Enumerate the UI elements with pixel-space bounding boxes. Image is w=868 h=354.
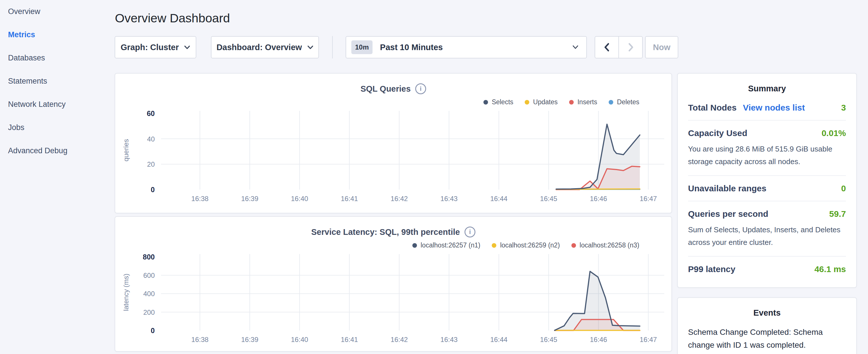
service-latency-chart-plot[interactable]: 16:3816:3916:4016:4116:4216:4316:4416:45…	[115, 249, 672, 351]
legend-item[interactable]: localhost:26257 (n1)	[412, 242, 480, 249]
time-step-buttons	[595, 36, 643, 58]
sidebar-item-network-latency[interactable]: Network Latency	[0, 93, 115, 116]
dashboard-selector-label: Dashboard: Overview	[216, 43, 302, 52]
legend-item[interactable]: Inserts	[569, 98, 597, 106]
chart-legend: SelectsUpdatesInsertsDeletes	[484, 98, 639, 106]
legend-item[interactable]: Selects	[484, 98, 513, 106]
summary-title: Summary	[678, 84, 856, 93]
chart-title: SQL Queries	[361, 84, 411, 94]
events-list: Schema Change Completed: Schema change w…	[678, 326, 856, 354]
summary-row-label: Capacity Used	[688, 128, 747, 138]
events-title: Events	[678, 308, 856, 318]
svg-text:16:41: 16:41	[341, 336, 358, 344]
svg-text:800: 800	[143, 253, 155, 261]
chart-title-row: SQL Queries i	[115, 83, 672, 94]
svg-text:0: 0	[151, 326, 155, 334]
time-window-dropdown[interactable]: 10m Past 10 Minutes	[346, 36, 587, 58]
svg-text:20: 20	[147, 160, 155, 168]
legend-label: Deletes	[617, 98, 639, 106]
graph-selector-label: Graph: Cluster	[121, 43, 179, 52]
svg-text:16:42: 16:42	[391, 195, 408, 202]
info-icon[interactable]: i	[465, 227, 475, 237]
events-panel: Events Schema Change Completed: Schema c…	[677, 297, 857, 354]
summary-row-value: 59.7	[829, 209, 846, 219]
summary-row: Queries per second59.7Sum of Selects, Up…	[688, 201, 846, 256]
legend-label: localhost:26257 (n1)	[421, 242, 480, 249]
svg-text:400: 400	[143, 290, 155, 297]
page-title: Overview Dashboard	[115, 11, 230, 25]
service-latency-chart-card: Service Latency: SQL, 99th percentile i …	[115, 216, 672, 352]
legend-item[interactable]: Deletes	[609, 98, 639, 106]
legend-item[interactable]: localhost:26259 (n2)	[492, 242, 560, 249]
legend-label: localhost:26259 (n2)	[500, 242, 560, 249]
summary-row: Unavailable ranges0	[688, 175, 846, 201]
svg-text:16:40: 16:40	[291, 195, 308, 202]
sidebar: OverviewMetricsDatabasesStatementsNetwor…	[0, 0, 115, 162]
summary-row-description: Sum of Selects, Updates, Inserts, and De…	[688, 223, 846, 249]
toolbar-divider	[332, 36, 333, 58]
svg-text:16:46: 16:46	[590, 195, 607, 202]
svg-text:16:38: 16:38	[191, 195, 209, 202]
summary-row-label: Unavailable ranges	[688, 184, 766, 193]
svg-text:16:46: 16:46	[590, 336, 607, 344]
sql-queries-chart-plot[interactable]: 16:3816:3916:4016:4116:4216:4316:4416:45…	[115, 106, 672, 213]
summary-row-value: 0	[841, 184, 846, 193]
svg-text:60: 60	[147, 109, 155, 118]
svg-text:600: 600	[143, 271, 155, 279]
legend-dot-icon	[569, 100, 574, 104]
legend-dot-icon	[492, 243, 496, 248]
next-timespan-button[interactable]	[618, 37, 642, 58]
legend-dot-icon	[571, 243, 576, 248]
summary-row-value: 46.1 ms	[814, 264, 846, 274]
info-icon[interactable]: i	[415, 83, 426, 94]
svg-text:0: 0	[151, 186, 155, 194]
chevron-down-icon	[184, 45, 190, 50]
svg-text:16:42: 16:42	[391, 336, 408, 344]
sidebar-item-advanced-debug[interactable]: Advanced Debug	[0, 139, 115, 162]
svg-text:16:43: 16:43	[440, 336, 458, 344]
svg-text:16:47: 16:47	[640, 195, 657, 202]
sql-queries-chart-card: SQL Queries i SelectsUpdatesInsertsDelet…	[115, 73, 672, 213]
summary-row-label: Total Nodes	[688, 103, 737, 112]
svg-text:16:41: 16:41	[341, 195, 358, 202]
sidebar-item-metrics[interactable]: Metrics	[0, 23, 115, 46]
now-button[interactable]: Now	[645, 36, 678, 58]
svg-text:16:44: 16:44	[490, 336, 507, 344]
legend-item[interactable]: localhost:26258 (n3)	[571, 242, 639, 249]
svg-text:queries: queries	[122, 139, 130, 162]
graph-selector-dropdown[interactable]: Graph: Cluster	[115, 36, 196, 58]
view-nodes-list-link[interactable]: View nodes list	[743, 103, 805, 112]
svg-text:16:40: 16:40	[291, 336, 308, 344]
summary-row: Capacity Used0.01%You are using 28.6 MiB…	[688, 120, 846, 175]
legend-dot-icon	[412, 243, 417, 248]
legend-dot-icon	[484, 100, 488, 104]
summary-row-label: P99 latency	[688, 264, 735, 274]
previous-timespan-button[interactable]	[595, 37, 618, 58]
chevron-left-icon	[603, 43, 610, 52]
summary-row: Total NodesView nodes list3	[688, 95, 846, 120]
sidebar-item-overview[interactable]: Overview	[0, 0, 115, 23]
summary-row-value: 0.01%	[822, 128, 846, 138]
sidebar-item-statements[interactable]: Statements	[0, 70, 115, 93]
chart-title: Service Latency: SQL, 99th percentile	[311, 227, 460, 237]
legend-label: Selects	[492, 98, 513, 106]
legend-label: localhost:26258 (n3)	[580, 242, 639, 249]
dashboard-selector-dropdown[interactable]: Dashboard: Overview	[211, 36, 319, 58]
svg-text:16:38: 16:38	[191, 336, 209, 344]
svg-text:16:47: 16:47	[640, 336, 657, 344]
svg-text:16:39: 16:39	[241, 336, 258, 344]
summary-row-value: 3	[841, 103, 846, 112]
chevron-down-icon	[572, 45, 579, 50]
svg-text:40: 40	[147, 135, 155, 143]
legend-dot-icon	[525, 100, 529, 104]
legend-item[interactable]: Updates	[525, 98, 558, 106]
sidebar-item-databases[interactable]: Databases	[0, 46, 115, 70]
summary-row-description: You are using 28.6 MiB of 515.9 GiB usab…	[688, 142, 846, 168]
svg-text:latency (ms): latency (ms)	[122, 273, 130, 311]
chevron-down-icon	[307, 45, 313, 50]
svg-text:16:39: 16:39	[241, 195, 258, 202]
summary-rows: Total NodesView nodes list3Capacity Used…	[678, 93, 856, 282]
legend-label: Updates	[533, 98, 558, 106]
sidebar-item-jobs[interactable]: Jobs	[0, 116, 115, 139]
svg-text:16:45: 16:45	[540, 336, 557, 344]
